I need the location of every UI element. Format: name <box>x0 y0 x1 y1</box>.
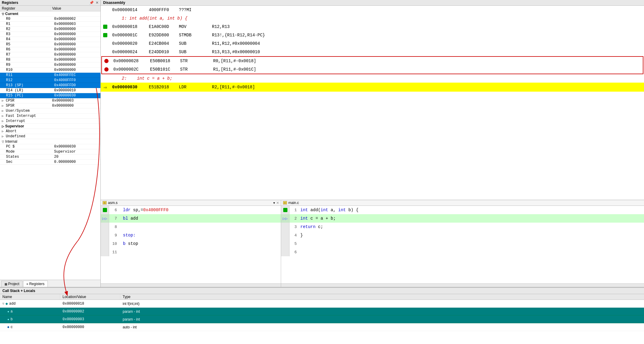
reg-R5[interactable]: R5 0x00000000 <box>0 42 100 47</box>
reg-R3[interactable]: R3 0x00000000 <box>0 32 100 37</box>
c-scrollbar[interactable] <box>281 283 644 287</box>
c-line-6[interactable]: 6 <box>281 248 644 256</box>
c-title: main.c <box>288 201 299 205</box>
reg-R11[interactable]: R11 0x4000FFEC <box>0 73 100 78</box>
callstack-header: Name Location/Value Type <box>0 294 644 300</box>
disasm-line-14[interactable]: 0x00000014 4000FFF0 ???MI <box>101 6 644 14</box>
disassembly-titlebar: Disassembly <box>101 0 644 6</box>
cs-row-b[interactable]: ⬥ b 0x00000003 param - int <box>0 315 644 323</box>
c-source-panel: C main.c 1 int add(int a, int b) { <box>281 200 644 287</box>
col-register: Register <box>0 6 51 11</box>
reg-R15[interactable]: R15 (PC) 0x00000030 <box>0 93 100 98</box>
register-tabs: ▦ Project ≡ Registers <box>0 280 100 287</box>
c-line-3[interactable]: 3 return c; <box>281 223 644 231</box>
disasm-source-2: 2: int c = a + b; <box>101 74 644 83</box>
disasm-line-20[interactable]: 0x00000020 E24CB004 SUB R11,R12,#0x00000… <box>101 39 644 48</box>
asm-scrollbar[interactable] <box>101 283 281 287</box>
registers-list: ▽ Current R0 0x00000002 R1 0x00000003 R2… <box>0 11 100 280</box>
asm-source-panel: S asm.s ▾ ✕ <box>101 200 281 287</box>
close-icon[interactable]: ✕ <box>96 1 99 5</box>
reg-R14[interactable]: R14 (LR) 0x00000010 <box>0 88 100 93</box>
reg-R6[interactable]: R6 0x00000000 <box>0 47 100 52</box>
reg-R0[interactable]: R0 0x00000002 <box>0 17 100 22</box>
callstack-rows: ▽ ◆ add 0x00000018 int f(int,int) ⬥ a 0x… <box>0 300 644 344</box>
cs-col-name: Name <box>0 294 60 300</box>
group-undefined[interactable]: ▷ Undefined <box>0 134 100 139</box>
asm-line-10[interactable]: 10 b stop <box>101 239 281 248</box>
asm-close-icon[interactable]: ✕ <box>276 201 279 205</box>
reg-R10[interactable]: R10 0x00000000 <box>0 68 100 73</box>
disasm-line-24[interactable]: 0x00000024 E24DD010 SUB R13,R13,#0x00000… <box>101 48 644 56</box>
source-panels-row: S asm.s ▾ ✕ <box>101 200 644 287</box>
cs-col-type: Type <box>120 294 644 300</box>
reg-states[interactable]: States 20 <box>0 154 100 160</box>
cs-col-location: Location/Value <box>60 294 120 300</box>
group-abort[interactable]: ▷ Abort <box>0 129 100 134</box>
callstack-title: Call Stack + Locals <box>2 289 35 293</box>
reg-R4[interactable]: R4 0x00000000 <box>0 37 100 42</box>
callstack-titlebar: Call Stack + Locals <box>0 288 644 294</box>
reg-R13[interactable]: R13 (SP) 0x4000FFD0 <box>0 83 100 88</box>
pin-icon[interactable]: 📌 <box>89 1 94 5</box>
group-internal[interactable]: ▽ Internal <box>0 139 100 144</box>
asm-line-6[interactable]: 6 ldr sp,=0x4000FFF0 <box>101 206 281 214</box>
asm-title: asm.s <box>108 201 118 205</box>
asm-content: 6 ldr sp,=0x4000FFF0 ▷▷ 7 bl add <box>101 206 281 283</box>
registers-titlebar: Registers 📌 ✕ <box>0 0 100 6</box>
reg-CPSR[interactable]: ▷ CPSR 0x00000003 <box>0 98 100 103</box>
c-line-5[interactable]: 5 <box>281 239 644 248</box>
reg-R2[interactable]: R2 0x00000000 <box>0 27 100 32</box>
reg-sec[interactable]: Sec 0.00000000 <box>0 160 100 165</box>
registers-title: Registers <box>2 1 18 5</box>
reg-R1[interactable]: R1 0x00000003 <box>0 22 100 27</box>
tab-registers[interactable]: ≡ Registers <box>23 281 48 287</box>
cs-row-a[interactable]: ⬥ a 0x00000002 param - int <box>0 308 644 315</box>
disasm-source-1: 1: int add(int a, int b) { <box>101 14 644 23</box>
disassembly-title: Disassembly <box>103 1 125 5</box>
c-titlebar: C main.c <box>281 200 644 206</box>
group-supervisor[interactable]: ▷ Supervisor <box>0 124 100 129</box>
cs-row-add[interactable]: ▽ ◆ add 0x00000018 int f(int,int) <box>0 300 644 308</box>
c-line-1[interactable]: 1 int add(int a, int b) { <box>281 206 644 214</box>
disassembly-panel: Disassembly 0x00000014 4000FFF0 ???MI 1:… <box>101 0 644 287</box>
asm-line-8[interactable]: 8 <box>101 223 281 231</box>
cs-row-c[interactable]: ◆ c 0x00000000 auto - int <box>0 323 644 331</box>
group-current[interactable]: ▽ Current <box>0 11 100 17</box>
reg-R12[interactable]: R12 0x4000FFF0 <box>0 78 100 83</box>
disasm-redborder-group: 0x00000028 E50B0018 STR R0,[R11,#-0x0018… <box>101 56 643 74</box>
reg-SPSR[interactable]: ▷ SPSR 0x00000000 <box>0 103 100 108</box>
reg-R8[interactable]: R8 0x00000000 <box>0 57 100 62</box>
c-content: 1 int add(int a, int b) { ▷▷ 2 int c = a… <box>281 206 644 283</box>
reg-pc-dollar[interactable]: PC $ 0x00000030 <box>0 144 100 149</box>
asm-line-11[interactable]: 11 <box>101 248 281 256</box>
registers-panel: Registers 📌 ✕ Register Value ▽ Current <box>0 0 101 287</box>
col-value: Value <box>51 6 101 11</box>
disassembly-content: 0x00000014 4000FFF0 ???MI 1: int add(int… <box>101 6 644 200</box>
disasm-line-1c[interactable]: 0x0000001C E92DD800 STMDB R13!,{R11-R12,… <box>101 31 644 39</box>
group-interrupt[interactable]: ▷ Interrupt <box>0 119 100 124</box>
tab-project[interactable]: ▦ Project <box>1 281 23 287</box>
reg-R7[interactable]: R7 0x00000000 <box>0 52 100 57</box>
c-line-2[interactable]: ▷▷ 2 int c = a + b; <box>281 214 644 223</box>
asm-titlebar: S asm.s ▾ ✕ <box>101 200 281 206</box>
callstack-section: Call Stack + Locals Name Location/Value … <box>0 287 644 344</box>
asm-line-9[interactable]: 9 stop: <box>101 231 281 239</box>
disasm-line-2c[interactable]: 0x0000002C E50B101C STR R1,[R11,#-0x001C… <box>102 65 643 74</box>
asm-line-7[interactable]: ▷▷ 7 bl add <box>101 214 281 223</box>
group-user[interactable]: ▷ User/System <box>0 108 100 114</box>
group-fast-interrupt[interactable]: ▷ Fast Interrupt <box>0 114 100 119</box>
c-line-4[interactable]: 4 } <box>281 231 644 239</box>
asm-dropdown-icon[interactable]: ▾ <box>273 201 275 205</box>
reg-mode[interactable]: Mode Supervisor <box>0 149 100 154</box>
disasm-line-28[interactable]: 0x00000028 E50B0018 STR R0,[R11,#-0x0018… <box>102 57 643 65</box>
disasm-line-18[interactable]: 0x00000018 E1A0C00D MOV R12,R13 <box>101 23 644 31</box>
disasm-line-30[interactable]: ⇒ 0x00000030 E51B2018 LDR R2,[R11,#-0x00… <box>101 83 644 92</box>
reg-R9[interactable]: R9 0x00000000 <box>0 62 100 68</box>
